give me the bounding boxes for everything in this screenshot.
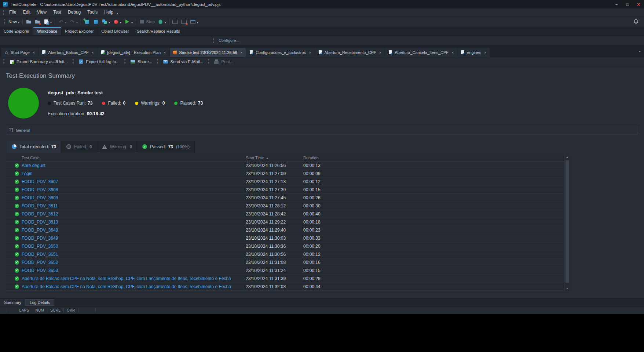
test-case-link[interactable]: FOOD_PDV_3613 xyxy=(22,219,246,225)
table-row[interactable]: FOOD_PDV_364823/10/2024 11:29:4000:00:23 xyxy=(6,226,570,234)
test-case-link[interactable]: FOOD_PDV_3650 xyxy=(22,244,246,249)
menu-help[interactable]: Help xyxy=(101,8,117,16)
menu-test[interactable]: Test xyxy=(50,8,65,16)
result-tab-failed[interactable]: Failed:0 xyxy=(61,141,97,152)
menu-file[interactable]: File xyxy=(6,8,19,16)
menu-debug[interactable]: Debug xyxy=(65,8,84,16)
menu-overflow-caret-icon[interactable] xyxy=(117,9,118,16)
column-header-duration[interactable]: Duration xyxy=(303,156,570,160)
close-icon[interactable] xyxy=(164,50,166,55)
panel-tab-workspace[interactable]: Workspace xyxy=(33,27,61,35)
menu-view[interactable]: View xyxy=(34,8,50,16)
menu-edit[interactable]: Edit xyxy=(19,8,34,16)
doc-tab-smoke-test-23-10-2024-11-26-56[interactable]: Smoke test 23/10/2024 11:26:56 xyxy=(170,48,246,57)
test-case-link[interactable]: FOOD_PDV_3649 xyxy=(22,236,246,241)
close-icon[interactable] xyxy=(33,50,35,55)
doc-tab-abertura-balcao-cpf[interactable]: Abertura_Balcao_CPF xyxy=(39,48,97,57)
maximize-icon[interactable] xyxy=(622,0,633,8)
undo-button[interactable] xyxy=(56,17,68,26)
panel-tab-project-explorer[interactable]: Project Explorer xyxy=(61,27,98,35)
redo-button[interactable] xyxy=(68,17,79,26)
vertical-scrollbar[interactable] xyxy=(564,155,570,291)
close-icon[interactable] xyxy=(91,50,94,55)
doc-tab-degust-pdv-execution-plan[interactable]: [degust_pdv] - Execution Plan xyxy=(98,48,169,57)
table-row[interactable]: FOOD_PDV_365023/10/2024 11:30:3600:00:20 xyxy=(6,242,570,250)
configure-button[interactable]: Configure... xyxy=(219,38,239,43)
close-icon[interactable] xyxy=(379,50,381,55)
test-case-link[interactable]: FOOD_PDV_3612 xyxy=(22,211,246,217)
close-remote-button[interactable] xyxy=(180,17,189,26)
column-header-test-case[interactable]: Test Case xyxy=(22,156,246,160)
test-case-link[interactable]: FOOD_PDV_3651 xyxy=(22,252,246,257)
result-tab-total-executed[interactable]: Total executed:73 xyxy=(7,141,61,152)
share-button[interactable]: Share... xyxy=(128,59,154,64)
bottom-tab-log-details[interactable]: Log Details xyxy=(25,299,54,306)
close-project-button[interactable] xyxy=(33,17,42,26)
panel-tab-code-explorer[interactable]: Code Explorer xyxy=(0,27,33,35)
doc-tab-abertura-recebimento-cpf[interactable]: Abertura_Recebimento_CPF xyxy=(315,48,385,57)
close-icon[interactable] xyxy=(633,0,644,8)
debug-button[interactable] xyxy=(156,17,168,26)
close-icon[interactable] xyxy=(309,50,311,55)
test-case-link[interactable]: FOOD_PDV_3611 xyxy=(22,203,246,208)
panel-tab-object-browser[interactable]: Object Browser xyxy=(98,27,133,35)
minimize-icon[interactable] xyxy=(611,0,622,8)
project-item-button[interactable] xyxy=(91,17,100,26)
expand-icon[interactable] xyxy=(9,128,13,132)
table-row[interactable]: FOOD_PDV_361123/10/2024 11:28:1200:00:30 xyxy=(6,202,570,210)
panel-tab-search-replace-results[interactable]: Search/Replace Results xyxy=(133,27,184,35)
export-full-log-to-button[interactable]: Export full log to... xyxy=(76,59,122,64)
table-row[interactable]: Abertura de Balcão sem CPF na Nota, sem … xyxy=(6,275,570,283)
table-row[interactable]: FOOD_PDV_361323/10/2024 11:29:2200:00:18 xyxy=(6,218,570,226)
test-case-link[interactable]: Abertura de Balcão sem CPF na Nota, com … xyxy=(22,284,246,289)
close-icon[interactable] xyxy=(451,50,454,55)
add-item-button[interactable] xyxy=(83,17,91,26)
table-row[interactable]: Abre degust23/10/2024 11:26:5600:00:13 xyxy=(6,162,570,170)
table-row[interactable]: FOOD_PDV_364923/10/2024 11:30:0300:00:33 xyxy=(6,234,570,242)
test-case-link[interactable]: Abre degust xyxy=(22,163,246,168)
menu-tools[interactable]: Tools xyxy=(84,8,101,16)
test-case-link[interactable]: FOOD_PDV_3608 xyxy=(22,187,246,192)
table-row[interactable]: FOOD_PDV_365323/10/2024 11:31:2400:00:15 xyxy=(6,266,570,275)
table-row[interactable]: Abertura de Balcão sem CPF na Nota, com … xyxy=(6,283,570,291)
scroll-up-icon[interactable] xyxy=(565,155,570,159)
doc-tab-engines[interactable]: engines xyxy=(457,48,490,57)
bottom-tab-summary[interactable]: Summary xyxy=(0,299,25,306)
test-case-link[interactable]: FOOD_PDV_3607 xyxy=(22,179,246,184)
test-case-link[interactable]: Abertura de Balcão sem CPF na Nota, sem … xyxy=(22,276,246,281)
column-header-start-time[interactable]: Start Time▲ xyxy=(246,156,303,160)
table-row[interactable]: Login23/10/2024 11:27:0900:00:09 xyxy=(6,170,570,178)
table-row[interactable]: FOOD_PDV_360923/10/2024 11:27:4500:00:26 xyxy=(6,194,570,202)
send-via-e-mail-button[interactable]: Send via E-Mail... xyxy=(161,59,205,64)
doc-tab-abertura-cancela-itens-cpf[interactable]: Abertura_Cancela_Itens_CPF xyxy=(385,48,457,57)
new-window-button[interactable] xyxy=(189,17,200,26)
result-tab-passed[interactable]: Passed:73(100%) xyxy=(137,141,195,152)
general-section-header[interactable]: General xyxy=(6,126,638,134)
table-row[interactable]: FOOD_PDV_365223/10/2024 11:31:0800:00:16 xyxy=(6,258,570,266)
scrollbar-thumb[interactable] xyxy=(566,160,569,283)
scroll-down-icon[interactable] xyxy=(565,286,570,291)
test-case-link[interactable]: FOOD_PDV_3653 xyxy=(22,268,246,273)
run-button[interactable] xyxy=(123,17,134,26)
test-case-link[interactable]: FOOD_PDV_3652 xyxy=(22,260,246,265)
open-project-button[interactable] xyxy=(24,17,33,26)
export-summary-as-junit-button[interactable]: Export Summary as JUnit... xyxy=(7,59,70,64)
table-row[interactable]: FOOD_PDV_360823/10/2024 11:27:3000:00:15 xyxy=(6,186,570,194)
test-case-link[interactable]: Login xyxy=(22,171,246,176)
project-variables-button[interactable] xyxy=(100,17,111,26)
notifications-bell-icon[interactable] xyxy=(633,19,639,26)
table-row[interactable]: FOOD_PDV_360723/10/2024 11:27:1800:00:12 xyxy=(6,178,570,186)
stop-button[interactable]: Stop xyxy=(138,17,156,26)
record-button[interactable] xyxy=(111,17,123,26)
tab-list-chevron-icon[interactable] xyxy=(638,47,641,54)
new-button[interactable]: New xyxy=(7,17,21,26)
table-row[interactable]: FOOD_PDV_365123/10/2024 11:30:5600:00:12 xyxy=(6,250,570,258)
result-tab-warning[interactable]: Warning:0 xyxy=(97,141,137,152)
close-icon[interactable] xyxy=(240,50,242,55)
save-all-button[interactable] xyxy=(42,17,53,26)
close-icon[interactable] xyxy=(484,50,486,55)
test-case-link[interactable]: FOOD_PDV_3648 xyxy=(22,228,246,233)
table-row[interactable]: FOOD_PDV_361223/10/2024 11:28:4200:00:40 xyxy=(6,210,570,218)
doc-tab-configuracoes-e-cadastros[interactable]: Configuracoes_e_cadastros xyxy=(246,48,314,57)
doc-tab-start-page[interactable]: Start Page xyxy=(1,48,38,57)
